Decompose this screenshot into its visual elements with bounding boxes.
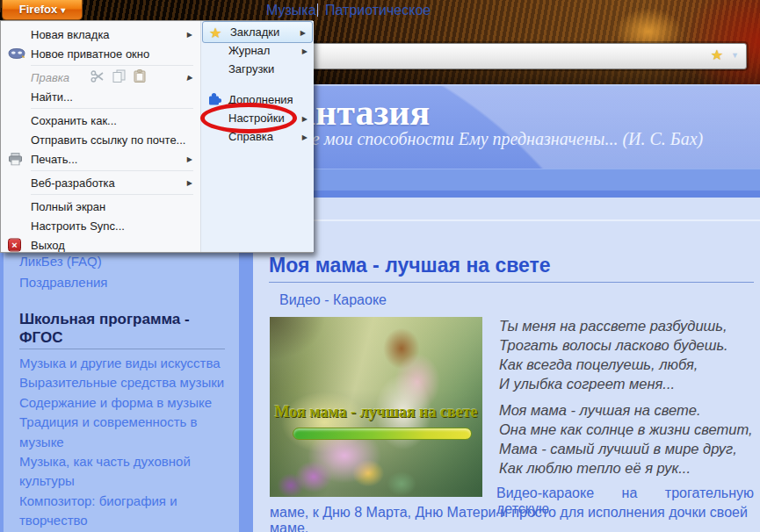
- menu-item-exit[interactable]: × Выход: [1, 235, 200, 255]
- poem-line: И улыбка согреет меня...: [499, 374, 760, 393]
- poem-line: Она мне как солнце в жизни светит,: [499, 420, 760, 439]
- sidebar-link-congratulations[interactable]: Поздравления: [19, 275, 107, 290]
- karaoke-progress-bar: [293, 428, 472, 440]
- menu-item-history[interactable]: Журнал ▶: [201, 41, 314, 60]
- poem-line: Как всегда поцелуешь, любя,: [499, 355, 760, 374]
- sidebar-link[interactable]: Композитор: биография и творчество: [19, 492, 237, 531]
- menu-item-edit[interactable]: Правка ▶: [1, 68, 200, 87]
- menu-item-setup-sync[interactable]: Настроить Sync...: [1, 216, 200, 235]
- menu-item-downloads[interactable]: Загрузки: [201, 60, 314, 78]
- menu-item-find[interactable]: Найти...: [1, 87, 200, 106]
- poem-line: Как люблю тепло её я рук...: [499, 458, 760, 478]
- menu-separator: [31, 108, 193, 109]
- poem-line: Ты меня на рассвете разбудишь,: [499, 316, 760, 335]
- submenu-arrow-icon: ▶: [187, 31, 192, 39]
- submenu-arrow-icon: ▶: [187, 155, 192, 163]
- site-tagline: Все мои способности Ему предназначены...…: [293, 129, 703, 149]
- submenu-arrow-icon: ▶: [302, 114, 308, 122]
- addons-puzzle-icon: [207, 91, 221, 108]
- sidebar-link-list: Музыка и другие виды искусства Выразител…: [19, 354, 237, 532]
- urlbar-dropdown-icon[interactable]: ▼: [731, 51, 739, 60]
- submenu-arrow-icon: ▶: [187, 179, 192, 187]
- menu-item-new-private-window[interactable]: Новое приватное окно: [1, 44, 200, 63]
- sidebar-section-heading: Школьная программа - ФГОС: [19, 310, 204, 347]
- firefox-app-menu: Новая вкладка ▶ Новое приватное окно Пра…: [0, 20, 313, 253]
- karaoke-video-thumbnail[interactable]: Моя мама - лучшая на свете: [270, 317, 482, 497]
- paste-icon[interactable]: [134, 69, 146, 85]
- menu-item-bookmarks[interactable]: ★ Закладки ▶: [202, 21, 313, 43]
- sidebar-link[interactable]: Музыка, как часть духовной культуры: [19, 452, 237, 492]
- sidebar-link-faq[interactable]: ЛикБез (FAQ): [19, 254, 102, 269]
- app-menu-right-column: ★ Закладки ▶ Журнал ▶ Загрузки Дополнени…: [200, 21, 314, 252]
- submenu-arrow-icon: ▶: [187, 74, 192, 82]
- printer-icon: [8, 153, 23, 166]
- firefox-caret-icon: ▾: [61, 5, 65, 15]
- nav-tab-patriotic[interactable]: Патриотическое: [325, 3, 431, 18]
- nav-divider: [317, 4, 318, 17]
- poem-line: Трогать волосы ласково будешь.: [499, 335, 760, 355]
- menu-separator: [31, 194, 193, 195]
- poem-line: Мама - самый лучший в мире друг,: [499, 439, 760, 458]
- nav-tab-music[interactable]: Музыка: [266, 3, 316, 18]
- content-divider: [253, 219, 760, 221]
- menu-item-help[interactable]: Справка ▶: [201, 127, 314, 146]
- sidebar-link[interactable]: Содержание и форма в музыке: [19, 393, 237, 413]
- private-mask-icon: [8, 48, 25, 60]
- article-title: Моя мама - лучшая на свете: [269, 254, 754, 283]
- menu-separator: [31, 65, 193, 66]
- menu-separator: [31, 170, 193, 171]
- menu-item-print[interactable]: Печать... ▶: [1, 149, 200, 169]
- poem-text: Ты меня на рассвете разбудишь, Трогать в…: [499, 316, 760, 478]
- submenu-arrow-icon: ▶: [300, 28, 306, 36]
- firefox-app-button[interactable]: Firefox▾: [2, 0, 83, 20]
- sidebar-heading-rule: [19, 349, 225, 349]
- menu-item-web-developer[interactable]: Веб-разработка ▶: [1, 173, 200, 192]
- exit-icon: ×: [8, 239, 21, 252]
- video-caption-overlay: Моя мама - лучшая на свете: [270, 403, 482, 421]
- menu-item-fullscreen[interactable]: Полный экран: [1, 197, 200, 216]
- menu-item-save-as[interactable]: Сохранить как...: [1, 111, 200, 130]
- sidebar-link[interactable]: Традиция и современность в музыке: [19, 413, 237, 452]
- sidebar-link[interactable]: Выразительные средства музыки: [19, 373, 237, 392]
- sidebar-link[interactable]: Музыка и другие виды искусства: [19, 354, 237, 373]
- copy-icon[interactable]: [112, 69, 126, 85]
- screenshot-root: ★ ▼ Фантазия Все мои способности Ему пре…: [0, 0, 760, 532]
- menu-item-new-tab[interactable]: Новая вкладка ▶: [1, 25, 200, 44]
- video-karaoke-link[interactable]: Видео - Караоке: [279, 292, 387, 308]
- menu-item-options[interactable]: Настройки ▶: [201, 109, 314, 127]
- submenu-arrow-icon: ▶: [302, 47, 308, 54]
- submenu-arrow-icon: ▶: [302, 133, 308, 140]
- article-description-line2: маме, к Дню 8 Марта, Дню Матери и просто…: [270, 505, 758, 532]
- bookmarks-star-icon: ★: [209, 24, 221, 40]
- menu-item-email-link[interactable]: Отправить ссылку по почте...: [1, 130, 200, 149]
- bookmark-star-icon[interactable]: ★: [711, 47, 723, 63]
- app-menu-left-column: Новая вкладка ▶ Новое приватное окно Пра…: [1, 21, 200, 252]
- menu-item-addons[interactable]: Дополнения: [201, 90, 314, 109]
- cut-scissors-icon[interactable]: [90, 70, 105, 85]
- poem-line: Моя мама - лучшая на свете.: [499, 400, 760, 420]
